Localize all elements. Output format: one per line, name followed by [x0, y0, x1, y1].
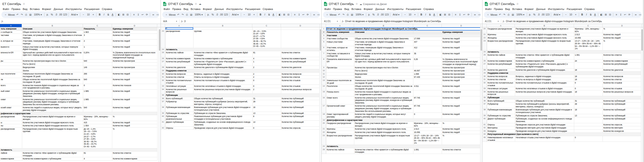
cell-d[interactable]: Количество просмотров	[442, 66, 481, 69]
cell-c[interactable]: 0,20%	[83, 51, 112, 59]
column-header-a[interactable]: A	[165, 24, 193, 27]
cell-b[interactable]: Участники, покинувшие digital-площадку З…	[22, 39, 83, 45]
cell-d[interactable]: %	[112, 127, 157, 148]
redo-icon[interactable]: ↷	[342, 13, 345, 16]
cell-b[interactable]: Вопросы, заданные в digital-площадке.	[515, 75, 574, 78]
menu-item[interactable]: Вставка	[190, 7, 202, 11]
cell-c[interactable]	[574, 123, 602, 126]
cell-b[interactable]: Количество людей в социальных медиа, кот…	[22, 106, 83, 112]
cell-a[interactable]: Негативные ситуации	[165, 85, 193, 88]
cell-d[interactable]: Единицы измерения	[442, 31, 481, 34]
cell-b[interactable]: Общее количество публикаций.	[193, 97, 252, 100]
currency-format-icon[interactable]: р.	[528, 13, 532, 16]
fill-color-icon[interactable]: ◧	[439, 13, 442, 16]
vertical-scrollbar[interactable]	[641, 27, 643, 162]
cell-a[interactable]: еский охват	[0, 106, 22, 112]
menu-item[interactable]: Справка	[100, 7, 113, 11]
row-number[interactable]: 11	[322, 72, 326, 76]
cell-b[interactable]: Описание	[22, 27, 83, 30]
row-number[interactable]: 20	[322, 122, 326, 128]
cell-b[interactable]: Публикации, созданные на основе информац…	[515, 117, 574, 123]
row-number[interactable]: 38	[161, 106, 165, 112]
star-icon[interactable]: ☆	[356, 2, 358, 5]
cell-a[interactable]: Викторины	[487, 126, 515, 130]
cell-c[interactable]: 266	[83, 72, 112, 78]
row-number[interactable]: 37	[161, 100, 165, 106]
cell-b[interactable]: Количество показов digital-площадки в со…	[354, 90, 413, 96]
row-number[interactable]: 31	[482, 78, 487, 81]
menu-item[interactable]: Файл	[323, 7, 332, 11]
cell-d[interactable]: Количество комментариев	[281, 57, 320, 60]
horizontal-align-icon[interactable]: ≡	[132, 13, 136, 16]
link-icon[interactable]: ∞	[312, 13, 316, 16]
cell-b[interactable]: Видеоролики	[22, 66, 83, 69]
cell-c[interactable]	[574, 129, 602, 133]
text-color-icon[interactable]: A	[593, 13, 596, 16]
cell-a[interactable]: Количество ответов	[487, 78, 515, 81]
menu-item[interactable]: Расширения	[83, 7, 100, 11]
number-format-icon[interactable]: 123	[546, 13, 550, 16]
cell-d[interactable]: %	[602, 39, 642, 50]
row-number[interactable]: 14	[322, 85, 326, 90]
cell-b[interactable]: Вовлекающие публикации для участников di…	[515, 108, 574, 114]
formula-value[interactable]: 3	[184, 20, 320, 23]
fill-color-icon[interactable]: ◧	[117, 13, 120, 16]
cell-d[interactable]: Количество просмотров	[112, 59, 157, 63]
row-number[interactable]: 39	[482, 114, 487, 117]
font-size-input[interactable]: 10	[408, 13, 412, 16]
increase-decimals-icon[interactable]: .00	[541, 13, 545, 16]
row-number[interactable]: 22	[322, 131, 326, 134]
cell-c[interactable]: 1 985	[83, 98, 112, 106]
cell-b[interactable]: Участники, покинувшие digital-площадку З…	[354, 46, 413, 52]
text-wrap-icon[interactable]: ↩	[141, 13, 144, 16]
cell-c[interactable]: 18	[574, 90, 602, 96]
row-number[interactable]: 21	[322, 128, 326, 131]
zoom-select[interactable]: 100% ▾	[33, 13, 43, 16]
cell-d[interactable]: Количество конкурсов	[602, 129, 642, 133]
cell-c[interactable]: 2	[252, 66, 281, 69]
cell-a[interactable]: Количество лайков	[165, 51, 193, 57]
cell-a[interactable]: Всего публикаций:	[487, 99, 515, 103]
menu-item[interactable]: Вид	[504, 7, 511, 11]
cell-d[interactable]: %	[442, 122, 481, 128]
italic-icon[interactable]: I	[102, 13, 106, 16]
section-header-cell[interactable]: Участники	[326, 34, 481, 37]
row-number[interactable]: 40	[161, 115, 165, 121]
zoom-select[interactable]: 100% ▾	[194, 13, 204, 16]
section-header-cell[interactable]: Активность	[326, 145, 481, 148]
cell-c[interactable]: 18	[574, 108, 602, 114]
cell-d[interactable]: Количество людей	[112, 124, 157, 128]
cell-a[interactable]: Количество републикаций	[487, 63, 515, 68]
cell-b[interactable]: Количество участников digital-площадки м…	[354, 128, 413, 131]
row-number[interactable]: 41	[482, 123, 487, 126]
menu-item[interactable]: Вставка	[511, 7, 523, 11]
merge-cells-icon[interactable]: ⊟	[286, 13, 290, 16]
cell-d[interactable]: Количество решенных вопросов	[602, 90, 642, 96]
decrease-decimals-icon[interactable]: .0	[537, 13, 540, 16]
cell-b[interactable]: Развлекательные публикации для участнико…	[193, 115, 252, 121]
cell-b[interactable]: Количество комментариев к публикациям	[193, 57, 252, 60]
cell-c[interactable]: 540	[83, 106, 112, 112]
cell-b[interactable]: Распределение участников digital-площадк…	[354, 134, 413, 145]
cell-b[interactable]: Stories	[354, 76, 413, 79]
cell-d[interactable]: Количество людей	[442, 128, 481, 131]
cell-a[interactable]: распределение	[165, 29, 193, 48]
menu-item[interactable]: Инструменты	[386, 7, 405, 11]
text-color-icon[interactable]: A	[111, 13, 114, 16]
row-number[interactable]: 42	[161, 126, 165, 130]
cell-c[interactable]: 2	[252, 72, 281, 76]
cell-b[interactable]: Количество уникальных посетителей в соци…	[354, 104, 413, 113]
cell-d[interactable]: Количество публикаций	[281, 112, 320, 115]
formula-value[interactable]: Отчет по ведению и продвижению digital-п…	[345, 20, 481, 23]
cell-a[interactable]: ный охват	[0, 89, 22, 98]
cell-a[interactable]: Количество решенных вопросов	[487, 90, 515, 96]
cell-b[interactable]: Видеоролики	[354, 72, 413, 76]
link-icon[interactable]: ∞	[634, 13, 637, 16]
percent-format-icon[interactable]: %	[50, 13, 54, 16]
cell-c[interactable]: 1 985	[83, 89, 112, 98]
cell-c[interactable]: 13-17 – 4,8% 18—24 – 14% 25-34 – 30% 35-…	[574, 39, 602, 50]
cell-b[interactable]: Общее количество посетителей digital-пло…	[22, 78, 83, 84]
cell-c[interactable]	[413, 31, 442, 34]
menu-item[interactable]: Вставка	[350, 7, 362, 11]
row-number[interactable]: 26	[482, 59, 487, 63]
